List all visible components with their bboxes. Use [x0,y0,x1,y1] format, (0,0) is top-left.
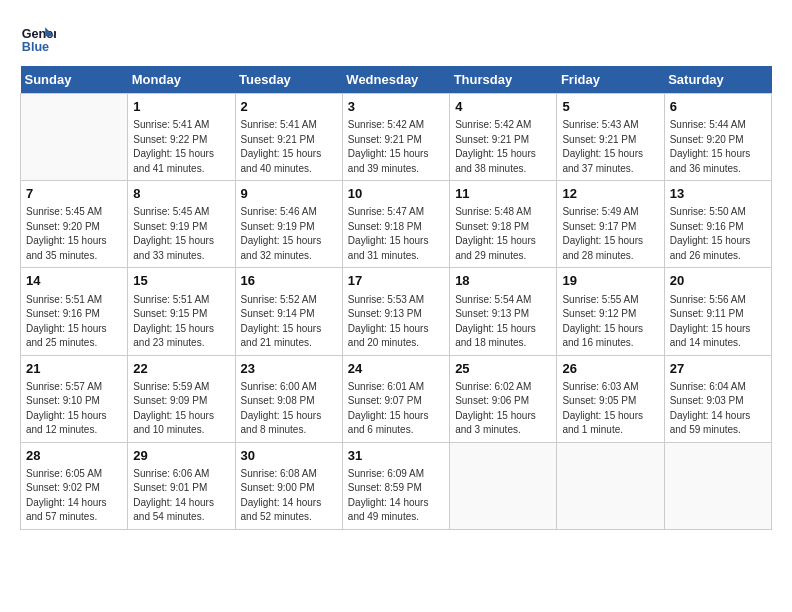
day-number: 4 [455,98,551,116]
svg-text:Blue: Blue [22,40,49,54]
day-info: Sunrise: 5:51 AM Sunset: 9:16 PM Dayligh… [26,293,122,351]
day-number: 15 [133,272,229,290]
calendar-table: SundayMondayTuesdayWednesdayThursdayFrid… [20,66,772,530]
weekday-header-thursday: Thursday [450,66,557,94]
day-info: Sunrise: 5:46 AM Sunset: 9:19 PM Dayligh… [241,205,337,263]
day-number: 2 [241,98,337,116]
calendar-cell: 24Sunrise: 6:01 AM Sunset: 9:07 PM Dayli… [342,355,449,442]
day-number: 19 [562,272,658,290]
day-info: Sunrise: 5:56 AM Sunset: 9:11 PM Dayligh… [670,293,766,351]
calendar-cell: 15Sunrise: 5:51 AM Sunset: 9:15 PM Dayli… [128,268,235,355]
day-info: Sunrise: 5:41 AM Sunset: 9:22 PM Dayligh… [133,118,229,176]
day-number: 28 [26,447,122,465]
day-info: Sunrise: 5:55 AM Sunset: 9:12 PM Dayligh… [562,293,658,351]
calendar-cell: 8Sunrise: 5:45 AM Sunset: 9:19 PM Daylig… [128,181,235,268]
calendar-cell: 25Sunrise: 6:02 AM Sunset: 9:06 PM Dayli… [450,355,557,442]
day-info: Sunrise: 5:41 AM Sunset: 9:21 PM Dayligh… [241,118,337,176]
day-info: Sunrise: 5:44 AM Sunset: 9:20 PM Dayligh… [670,118,766,176]
calendar-cell: 3Sunrise: 5:42 AM Sunset: 9:21 PM Daylig… [342,94,449,181]
calendar-cell: 19Sunrise: 5:55 AM Sunset: 9:12 PM Dayli… [557,268,664,355]
day-info: Sunrise: 5:43 AM Sunset: 9:21 PM Dayligh… [562,118,658,176]
calendar-cell: 14Sunrise: 5:51 AM Sunset: 9:16 PM Dayli… [21,268,128,355]
weekday-header-monday: Monday [128,66,235,94]
calendar-cell: 22Sunrise: 5:59 AM Sunset: 9:09 PM Dayli… [128,355,235,442]
day-info: Sunrise: 5:42 AM Sunset: 9:21 PM Dayligh… [348,118,444,176]
day-info: Sunrise: 6:02 AM Sunset: 9:06 PM Dayligh… [455,380,551,438]
calendar-cell: 13Sunrise: 5:50 AM Sunset: 9:16 PM Dayli… [664,181,771,268]
day-number: 16 [241,272,337,290]
day-info: Sunrise: 5:48 AM Sunset: 9:18 PM Dayligh… [455,205,551,263]
calendar-cell: 7Sunrise: 5:45 AM Sunset: 9:20 PM Daylig… [21,181,128,268]
day-info: Sunrise: 5:54 AM Sunset: 9:13 PM Dayligh… [455,293,551,351]
day-number: 12 [562,185,658,203]
day-number: 7 [26,185,122,203]
week-row-5: 28Sunrise: 6:05 AM Sunset: 9:02 PM Dayli… [21,442,772,529]
calendar-cell: 11Sunrise: 5:48 AM Sunset: 9:18 PM Dayli… [450,181,557,268]
day-number: 24 [348,360,444,378]
calendar-cell: 16Sunrise: 5:52 AM Sunset: 9:14 PM Dayli… [235,268,342,355]
day-info: Sunrise: 5:47 AM Sunset: 9:18 PM Dayligh… [348,205,444,263]
page-header: General Blue [20,20,772,56]
weekday-header-tuesday: Tuesday [235,66,342,94]
weekday-header-wednesday: Wednesday [342,66,449,94]
calendar-cell: 2Sunrise: 5:41 AM Sunset: 9:21 PM Daylig… [235,94,342,181]
day-number: 22 [133,360,229,378]
day-number: 23 [241,360,337,378]
day-number: 13 [670,185,766,203]
calendar-cell: 18Sunrise: 5:54 AM Sunset: 9:13 PM Dayli… [450,268,557,355]
day-number: 20 [670,272,766,290]
calendar-cell: 9Sunrise: 5:46 AM Sunset: 9:19 PM Daylig… [235,181,342,268]
calendar-cell: 21Sunrise: 5:57 AM Sunset: 9:10 PM Dayli… [21,355,128,442]
day-number: 18 [455,272,551,290]
calendar-cell: 10Sunrise: 5:47 AM Sunset: 9:18 PM Dayli… [342,181,449,268]
day-number: 5 [562,98,658,116]
day-number: 1 [133,98,229,116]
day-number: 30 [241,447,337,465]
day-number: 25 [455,360,551,378]
calendar-cell: 23Sunrise: 6:00 AM Sunset: 9:08 PM Dayli… [235,355,342,442]
day-number: 31 [348,447,444,465]
weekday-header-saturday: Saturday [664,66,771,94]
day-number: 9 [241,185,337,203]
week-row-1: 1Sunrise: 5:41 AM Sunset: 9:22 PM Daylig… [21,94,772,181]
calendar-cell [450,442,557,529]
day-info: Sunrise: 6:01 AM Sunset: 9:07 PM Dayligh… [348,380,444,438]
day-info: Sunrise: 6:09 AM Sunset: 8:59 PM Dayligh… [348,467,444,525]
day-info: Sunrise: 6:04 AM Sunset: 9:03 PM Dayligh… [670,380,766,438]
calendar-cell: 20Sunrise: 5:56 AM Sunset: 9:11 PM Dayli… [664,268,771,355]
week-row-3: 14Sunrise: 5:51 AM Sunset: 9:16 PM Dayli… [21,268,772,355]
day-info: Sunrise: 5:51 AM Sunset: 9:15 PM Dayligh… [133,293,229,351]
day-number: 6 [670,98,766,116]
day-number: 11 [455,185,551,203]
day-number: 14 [26,272,122,290]
weekday-header-row: SundayMondayTuesdayWednesdayThursdayFrid… [21,66,772,94]
day-info: Sunrise: 5:42 AM Sunset: 9:21 PM Dayligh… [455,118,551,176]
day-number: 27 [670,360,766,378]
day-number: 10 [348,185,444,203]
day-info: Sunrise: 6:06 AM Sunset: 9:01 PM Dayligh… [133,467,229,525]
day-info: Sunrise: 6:03 AM Sunset: 9:05 PM Dayligh… [562,380,658,438]
logo: General Blue [20,20,60,56]
day-info: Sunrise: 5:59 AM Sunset: 9:09 PM Dayligh… [133,380,229,438]
day-number: 17 [348,272,444,290]
calendar-cell [664,442,771,529]
day-number: 21 [26,360,122,378]
logo-icon: General Blue [20,20,56,56]
day-info: Sunrise: 6:00 AM Sunset: 9:08 PM Dayligh… [241,380,337,438]
calendar-cell [21,94,128,181]
calendar-cell: 30Sunrise: 6:08 AM Sunset: 9:00 PM Dayli… [235,442,342,529]
day-info: Sunrise: 5:45 AM Sunset: 9:19 PM Dayligh… [133,205,229,263]
week-row-4: 21Sunrise: 5:57 AM Sunset: 9:10 PM Dayli… [21,355,772,442]
day-info: Sunrise: 5:50 AM Sunset: 9:16 PM Dayligh… [670,205,766,263]
calendar-cell: 26Sunrise: 6:03 AM Sunset: 9:05 PM Dayli… [557,355,664,442]
day-info: Sunrise: 5:52 AM Sunset: 9:14 PM Dayligh… [241,293,337,351]
calendar-cell: 29Sunrise: 6:06 AM Sunset: 9:01 PM Dayli… [128,442,235,529]
calendar-cell: 27Sunrise: 6:04 AM Sunset: 9:03 PM Dayli… [664,355,771,442]
calendar-cell: 28Sunrise: 6:05 AM Sunset: 9:02 PM Dayli… [21,442,128,529]
weekday-header-sunday: Sunday [21,66,128,94]
day-number: 29 [133,447,229,465]
day-info: Sunrise: 5:53 AM Sunset: 9:13 PM Dayligh… [348,293,444,351]
day-number: 26 [562,360,658,378]
day-number: 3 [348,98,444,116]
calendar-cell [557,442,664,529]
